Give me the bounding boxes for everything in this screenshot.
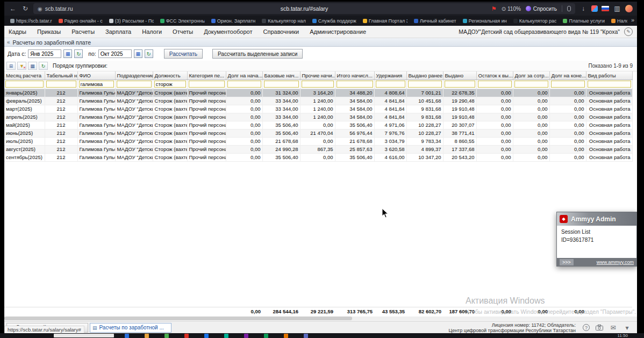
calendar-from-icon[interactable]: ▦ <box>63 49 72 58</box>
column-filter-input[interactable] <box>478 81 512 88</box>
bookmark-item[interactable]: https://scb.tatar.r <box>8 17 55 25</box>
taskbar-app-icon[interactable] <box>145 334 149 338</box>
column-filter-input[interactable] <box>302 81 334 88</box>
column-filter-input[interactable] <box>337 81 373 88</box>
clear-filter-icon[interactable]: ▼ × <box>17 62 26 70</box>
column-filter-input[interactable] <box>514 81 548 88</box>
column-filter-input[interactable] <box>445 81 475 88</box>
menu-item[interactable]: Отчеты <box>173 28 193 35</box>
menu-item[interactable]: Документооборот <box>204 28 252 35</box>
column-header[interactable]: Выдано ранее <box>406 71 443 80</box>
bookmark-item[interactable]: Налоги 15 сад -С <box>609 17 627 25</box>
download-icon[interactable]: ↓ <box>579 4 588 13</box>
envelope-icon[interactable]: ✉ <box>609 323 618 332</box>
bookmark-item[interactable]: Калькулятор рас <box>511 17 560 25</box>
refresh-icon[interactable]: ↻ <box>21 4 30 13</box>
panels-icon[interactable]: ▥ <box>613 4 621 13</box>
table-row[interactable]: апрель(2025)212Галимова Гульс...МАДОУ "Д… <box>4 113 632 121</box>
url-bar[interactable]: ◉ scb.tatar.ru scb.tatar.ru/#salary ⚑ ⊙ … <box>33 3 575 14</box>
bookmark-item[interactable]: Региональная ин <box>460 17 510 25</box>
taskbar-app-icon[interactable] <box>244 334 248 338</box>
bookmark-item[interactable]: Калькулятор нал <box>259 17 308 25</box>
bookmark-item[interactable]: ФСС Электронны <box>158 17 207 25</box>
column-header[interactable]: Должность <box>153 71 187 80</box>
column-filter-input[interactable] <box>154 81 186 88</box>
bookmark-item[interactable]: Личный кабинет <box>411 17 459 25</box>
ammyy-titlebar[interactable]: ◆ Ammyy Admin <box>557 212 636 226</box>
column-filter-input[interactable] <box>588 81 631 88</box>
table-row[interactable]: август(2025)212Галимова Гульс...МАДОУ "Д… <box>4 145 632 153</box>
table-row[interactable]: сентябрь(2025)212Галимова Гульс...МАДОУ … <box>4 153 632 161</box>
mic-icon[interactable] <box>567 6 571 11</box>
taskbar-app-icon[interactable] <box>125 334 129 338</box>
ammyy-expand-button[interactable]: >>> <box>560 259 574 265</box>
column-header[interactable]: Базовые нач... <box>262 71 300 80</box>
bookmarks-overflow-icon[interactable]: » <box>631 17 634 23</box>
horizontal-scrollbar[interactable] <box>4 317 637 320</box>
column-filter-input[interactable] <box>376 81 405 88</box>
column-header[interactable]: Месяц расчета <box>4 71 45 80</box>
columns-icon[interactable]: ▦ <box>28 62 37 70</box>
profile-avatar[interactable] <box>625 5 633 12</box>
column-header[interactable]: Итого начисл... <box>335 71 374 80</box>
help-icon[interactable]: ? <box>583 324 590 331</box>
column-header[interactable]: Вид работы <box>586 71 632 80</box>
site-security-icon[interactable]: ◉ <box>38 6 42 12</box>
column-header[interactable]: ФИО <box>77 71 115 80</box>
calculate-selected-button[interactable]: Рассчитать выделенные записи <box>212 49 303 59</box>
export-icon[interactable]: ⊞ <box>6 62 16 70</box>
bookmark-item[interactable]: Орион. Зарплатн <box>209 17 258 25</box>
footer-tab-salary[interactable]: ▤ Расчеты по заработной ... <box>90 323 171 333</box>
column-filter-input[interactable] <box>264 81 299 88</box>
column-filter-input[interactable] <box>227 81 261 88</box>
bookmark-item[interactable]: (3) Рассылки - По <box>106 17 156 25</box>
taskbar-app-icon[interactable] <box>284 334 288 338</box>
taskbar-app-icon[interactable] <box>164 334 169 338</box>
back-icon[interactable]: ← <box>9 4 17 13</box>
column-filter-input[interactable] <box>46 81 76 88</box>
menu-item[interactable]: Приказы <box>37 28 61 35</box>
menu-item[interactable]: Кадры <box>9 28 26 35</box>
calculate-button[interactable]: Рассчитать <box>164 49 203 59</box>
column-header[interactable]: Долг за сотр... <box>513 71 549 80</box>
chevron-down-icon[interactable]: ▾ <box>622 323 632 332</box>
date-from-input[interactable] <box>28 49 61 58</box>
calendar-to-icon[interactable]: ▦ <box>134 49 142 58</box>
reset-to-icon[interactable]: ↻ <box>145 49 153 58</box>
date-to-input[interactable] <box>98 49 132 58</box>
column-header[interactable]: Удержания <box>374 71 406 80</box>
edit-badge-icon[interactable]: ✎ <box>624 27 633 36</box>
column-filter-input[interactable] <box>408 81 442 88</box>
scrollbar-thumb[interactable] <box>4 317 352 320</box>
column-header[interactable]: Выдано <box>443 71 476 80</box>
column-header[interactable]: Табельный н... <box>45 71 77 80</box>
taskbar-app-icon[interactable] <box>224 334 228 338</box>
menu-item[interactable]: Налоги <box>142 28 162 35</box>
menu-item[interactable]: Расчеты <box>71 28 95 35</box>
bookmark-item[interactable]: Радио онлайн - с <box>56 17 105 25</box>
bookmark-item[interactable]: Служба поддерж <box>310 17 359 25</box>
column-filter-input[interactable] <box>5 81 44 88</box>
table-row[interactable]: июнь(2025)212Галимова Гульс...МАДОУ "Дет… <box>4 129 632 137</box>
column-filter-input[interactable] <box>117 81 152 88</box>
taskbar-app-icon[interactable] <box>204 334 209 338</box>
table-row[interactable]: февраль(2025)212Галимова Гульс...МАДОУ "… <box>4 97 632 105</box>
ammyy-link[interactable]: www.ammyy.com <box>597 260 634 265</box>
column-filter-input[interactable] <box>551 81 585 88</box>
ask-button[interactable]: Спросить <box>526 6 557 12</box>
column-header[interactable]: Долг на коне... <box>549 71 586 80</box>
taskbar-app-icon[interactable] <box>184 334 189 338</box>
taskbar-search[interactable] <box>54 334 114 337</box>
taskbar-app-icon[interactable] <box>264 334 268 338</box>
grouping-label[interactable]: Порядок группировки: <box>53 63 108 69</box>
zoom-indicator[interactable]: ⊙ 110% <box>502 6 521 12</box>
refresh-grid-icon[interactable]: ↻ <box>39 62 48 70</box>
table-row[interactable]: май(2025)212Галимова Гульс...МАДОУ "Детс… <box>4 121 632 129</box>
column-filter-input[interactable] <box>189 81 225 88</box>
extensions-icon[interactable] <box>591 5 598 12</box>
table-row[interactable]: июль(2025)212Галимова Гульс...МАДОУ "Дет… <box>4 137 632 145</box>
bookmark-flag-icon[interactable]: ⚑ <box>491 5 497 12</box>
bookmark-item[interactable]: Главная Портал З <box>360 17 410 25</box>
column-header[interactable]: Категория пе... <box>187 71 226 80</box>
menu-item[interactable]: Справочники <box>263 28 299 35</box>
